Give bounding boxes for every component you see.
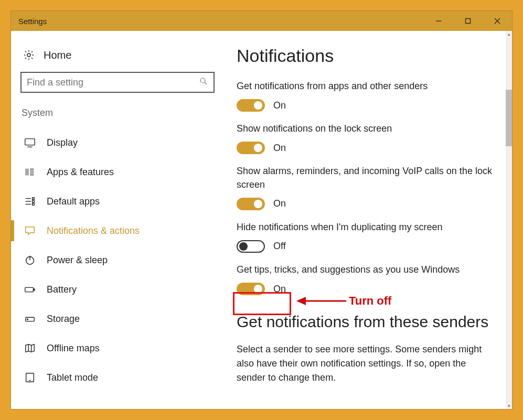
sidebar: Home System Display <box>11 31 231 409</box>
scrollbar-thumb[interactable] <box>506 90 512 146</box>
sidebar-item-label: Offline maps <box>47 343 100 354</box>
sidebar-item-power-sleep[interactable]: Power & sleep <box>20 245 231 275</box>
setting-alarms-reminders: Show alarms, reminders, and incoming VoI… <box>237 165 496 210</box>
svg-rect-24 <box>34 289 35 290</box>
svg-line-6 <box>205 82 207 84</box>
sidebar-item-display[interactable]: Display <box>20 128 231 157</box>
setting-label: Hide notifications when I'm duplicating … <box>237 221 496 234</box>
sidebar-item-label: Notifications & actions <box>47 225 140 236</box>
scrollbar[interactable]: ▴ ▾ <box>506 31 512 409</box>
toggle-state: Off <box>273 241 286 252</box>
display-icon <box>24 136 36 149</box>
gear-icon <box>23 49 35 61</box>
toggle-state: On <box>273 100 286 111</box>
svg-point-5 <box>200 78 205 83</box>
sidebar-item-battery[interactable]: Battery <box>20 275 231 304</box>
sidebar-item-apps-features[interactable]: Apps & features <box>20 157 231 187</box>
notifications-icon <box>24 224 36 237</box>
setting-label: Get notifications from apps and other se… <box>237 80 496 93</box>
battery-icon <box>24 283 36 296</box>
sidebar-item-label: Display <box>47 137 78 148</box>
svg-rect-20 <box>33 203 35 206</box>
main-panel: Notifications Get notifications from app… <box>231 31 512 409</box>
svg-point-4 <box>27 53 30 57</box>
close-button[interactable] <box>483 11 512 31</box>
window-title: Settings <box>18 17 47 26</box>
home-link[interactable]: Home <box>20 46 231 72</box>
setting-notifications-apps: Get notifications from apps and other se… <box>237 80 496 112</box>
svg-rect-18 <box>33 198 35 200</box>
section-label: System <box>20 107 231 119</box>
svg-rect-23 <box>25 287 34 292</box>
svg-rect-19 <box>33 200 35 202</box>
minimize-button[interactable] <box>424 11 453 31</box>
setting-hide-when-duplicating: Hide notifications when I'm duplicating … <box>237 221 496 253</box>
toggle-hide-when-duplicating[interactable] <box>237 240 265 253</box>
setting-label: Show alarms, reminders, and incoming VoI… <box>237 165 496 191</box>
setting-lock-screen-notifications: Show notifications on the lock screen On <box>237 122 496 154</box>
sidebar-item-label: Storage <box>47 314 80 325</box>
power-icon <box>24 254 36 266</box>
setting-tips-tricks: Get tips, tricks, and suggestions as you… <box>237 263 496 295</box>
settings-window: Settings Home <box>10 10 513 410</box>
search-input[interactable] <box>27 77 199 88</box>
toggle-state: On <box>273 143 286 154</box>
toggle-state: On <box>273 284 286 295</box>
setting-label: Show notifications on the lock screen <box>237 122 496 135</box>
scroll-up-icon[interactable]: ▴ <box>506 31 512 37</box>
titlebar: Settings <box>11 11 512 31</box>
tablet-icon <box>24 371 36 384</box>
toggle-state: On <box>273 198 286 209</box>
setting-label: Get tips, tricks, and suggestions as you… <box>237 263 496 276</box>
search-box[interactable] <box>20 72 215 93</box>
home-label: Home <box>44 49 71 61</box>
storage-icon <box>24 313 36 325</box>
sidebar-item-tablet-mode[interactable]: Tablet mode <box>20 363 231 392</box>
default-apps-icon <box>24 195 36 208</box>
apps-icon <box>24 166 36 178</box>
maximize-button[interactable] <box>453 11 483 31</box>
svg-point-26 <box>27 319 28 320</box>
toggle-notifications-apps[interactable] <box>237 99 265 112</box>
svg-rect-1 <box>466 19 471 24</box>
sidebar-item-default-apps[interactable]: Default apps <box>20 187 231 216</box>
sidebar-item-label: Default apps <box>47 196 100 207</box>
search-icon <box>199 77 208 89</box>
page-heading: Notifications <box>237 46 496 66</box>
toggle-tips-tricks[interactable] <box>237 283 265 295</box>
sidebar-item-notifications-actions[interactable]: Notifications & actions <box>20 216 231 245</box>
content-area: Home System Display <box>11 31 512 409</box>
scroll-down-icon[interactable]: ▾ <box>506 403 512 409</box>
sidebar-item-storage[interactable]: Storage <box>20 304 231 333</box>
sidebar-item-offline-maps[interactable]: Offline maps <box>20 333 231 363</box>
sidebar-item-label: Apps & features <box>47 167 114 178</box>
sidebar-item-label: Battery <box>47 284 77 295</box>
toggle-lock-screen-notifications[interactable] <box>237 142 265 154</box>
sidebar-item-label: Power & sleep <box>47 255 108 266</box>
toggle-alarms-reminders[interactable] <box>237 198 265 210</box>
map-icon <box>24 342 36 354</box>
senders-description: Select a sender to see more settings. So… <box>237 342 496 385</box>
svg-rect-7 <box>25 139 35 145</box>
senders-heading: Get notifications from these senders <box>237 313 496 331</box>
sidebar-item-label: Tablet mode <box>47 372 98 383</box>
